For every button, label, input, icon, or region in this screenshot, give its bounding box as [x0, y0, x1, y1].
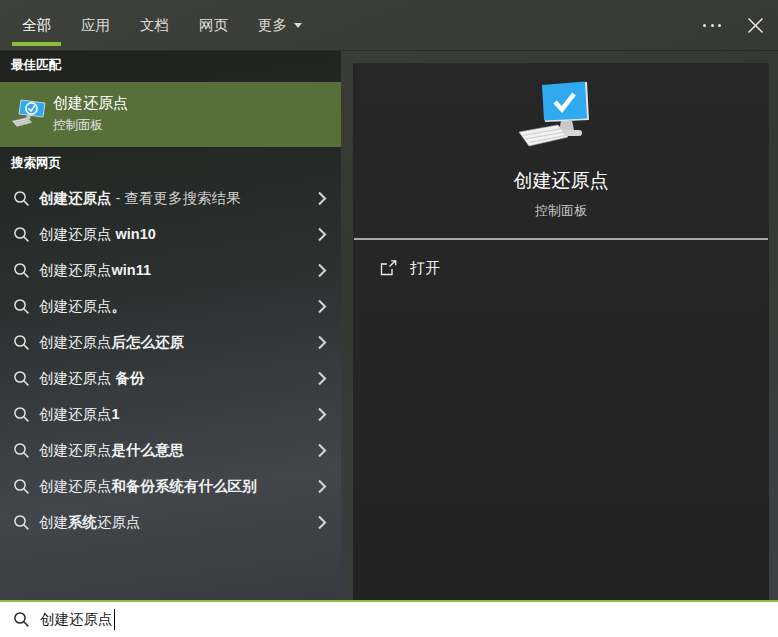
chevron-right-icon[interactable] [317, 227, 327, 242]
chevron-right-icon[interactable] [317, 407, 327, 422]
chevron-right-icon[interactable] [317, 371, 327, 386]
search-icon [13, 442, 30, 459]
preview-subtitle: 控制面板 [353, 202, 769, 220]
search-icon [13, 406, 30, 423]
results-pane: 最佳匹配 创建还原点 控制面板 搜索网页 创建还原点 - 查看更多搜索结果创建还… [0, 51, 341, 600]
chevron-right-icon[interactable] [317, 515, 327, 530]
suggestion-text: 创建还原点win11 [39, 261, 317, 280]
suggestion-text: 创建还原点后怎么还原 [39, 333, 317, 352]
suggestion-text: 创建系统还原点 [39, 513, 317, 532]
best-match-text: 创建还原点 控制面板 [53, 94, 128, 134]
search-input[interactable]: 创建还原点 [0, 600, 778, 637]
search-icon [13, 478, 30, 495]
search-icon [13, 262, 30, 279]
suggestion-text: 创建还原点和备份系统有什么区别 [39, 477, 317, 496]
search-suggestion-list: 创建还原点 - 查看更多搜索结果创建还原点 win10创建还原点win11创建还… [0, 180, 341, 540]
search-suggestion-row[interactable]: 创建还原点 - 查看更多搜索结果 [0, 180, 341, 216]
search-suggestion-row[interactable]: 创建还原点。 [0, 288, 341, 324]
search-icon [13, 334, 30, 351]
tab-all[interactable]: 全部 [22, 0, 51, 50]
search-suggestion-row[interactable]: 创建还原点和备份系统有什么区别 [0, 468, 341, 504]
open-icon [380, 260, 397, 276]
tab-bar-tabs: 全部应用文档网页更多 [22, 0, 302, 50]
search-suggestion-row[interactable]: 创建系统还原点 [0, 504, 341, 540]
search-suggestion-row[interactable]: 创建还原点 备份 [0, 360, 341, 396]
search-icon [13, 514, 30, 531]
chevron-right-icon[interactable] [317, 263, 327, 278]
suggestion-text: 创建还原点 win10 [39, 225, 317, 244]
search-tab-bar: 全部应用文档网页更多 [0, 0, 778, 51]
suggestion-text: 创建还原点是什么意思 [39, 441, 317, 460]
search-suggestion-row[interactable]: 创建还原点 win10 [0, 216, 341, 252]
chevron-right-icon[interactable] [317, 443, 327, 458]
open-action-label: 打开 [410, 259, 440, 278]
close-icon[interactable] [747, 17, 764, 34]
window-controls [703, 0, 764, 51]
suggestion-text: 创建还原点1 [39, 405, 317, 424]
search-web-header: 搜索网页 [11, 155, 61, 172]
tab-docs[interactable]: 文档 [140, 0, 169, 50]
chevron-down-icon [294, 23, 302, 28]
search-icon [13, 298, 30, 315]
best-match-result[interactable]: 创建还原点 控制面板 [0, 82, 341, 147]
tab-label: 全部 [22, 16, 51, 35]
chevron-right-icon[interactable] [317, 479, 327, 494]
suggestion-text: 创建还原点。 [39, 297, 317, 316]
tab-apps[interactable]: 应用 [81, 0, 110, 50]
tab-label: 网页 [199, 16, 228, 35]
restore-point-large-icon [513, 80, 609, 150]
search-suggestion-row[interactable]: 创建还原点后怎么还原 [0, 324, 341, 360]
search-suggestion-row[interactable]: 创建还原点是什么意思 [0, 432, 341, 468]
tab-label: 应用 [81, 16, 110, 35]
preview-title: 创建还原点 [353, 168, 769, 194]
tab-label: 文档 [140, 16, 169, 35]
chevron-right-icon[interactable] [317, 191, 327, 206]
text-caret [114, 609, 116, 630]
search-icon [13, 226, 30, 243]
tab-web[interactable]: 网页 [199, 0, 228, 50]
suggestion-text: 创建还原点 备份 [39, 369, 317, 388]
open-action[interactable]: 打开 [353, 254, 769, 282]
suggestion-text: 创建还原点 - 查看更多搜索结果 [39, 189, 317, 208]
search-query-text: 创建还原点 [40, 610, 113, 629]
search-icon [13, 611, 31, 629]
chevron-right-icon[interactable] [317, 299, 327, 314]
search-suggestion-row[interactable]: 创建还原点win11 [0, 252, 341, 288]
search-icon [13, 190, 30, 207]
restore-point-icon [11, 97, 47, 131]
preview-panel: 创建还原点 控制面板 打开 [353, 63, 769, 600]
best-match-title: 创建还原点 [53, 94, 128, 113]
preview-divider [354, 238, 768, 240]
search-icon [13, 370, 30, 387]
best-match-subtitle: 控制面板 [53, 117, 128, 134]
tab-more[interactable]: 更多 [258, 0, 302, 50]
search-suggestion-row[interactable]: 创建还原点1 [0, 396, 341, 432]
more-options-icon[interactable] [703, 24, 721, 27]
best-match-header: 最佳匹配 [11, 57, 61, 74]
chevron-right-icon[interactable] [317, 335, 327, 350]
tab-label: 更多 [258, 16, 287, 35]
